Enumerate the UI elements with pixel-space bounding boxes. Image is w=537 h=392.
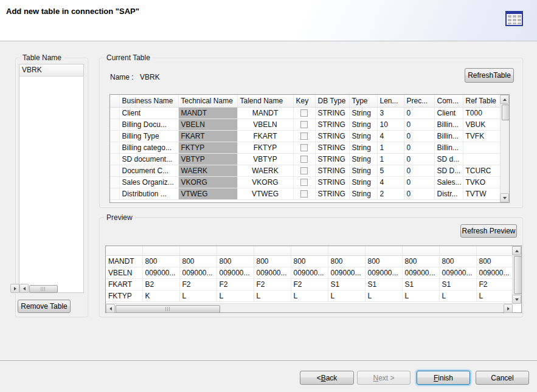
table-row[interactable]: Document C...WAERKWAERKSTRINGString50SD … — [110, 165, 500, 177]
column-header — [439, 246, 476, 256]
preview-value-cell: F2 — [476, 279, 513, 291]
business-name-cell: SD document... — [119, 154, 178, 165]
technical-name-cell: VBTYP — [178, 154, 237, 165]
type-cell: String — [349, 119, 377, 131]
business-name-cell: Billing catego... — [119, 142, 178, 154]
key-cell — [293, 119, 315, 131]
key-checkbox[interactable] — [300, 167, 308, 174]
scroll-down-icon[interactable] — [500, 193, 509, 202]
column-header[interactable]: Business Name — [119, 95, 178, 108]
preview-hscrollbar[interactable] — [106, 303, 513, 312]
field-name-cell: FKTYP — [106, 291, 142, 302]
business-name-cell: Distribution ... — [119, 188, 178, 200]
column-header[interactable]: Len... — [377, 95, 404, 108]
list-item[interactable]: VBRK — [19, 64, 83, 77]
key-checkbox[interactable] — [300, 156, 308, 163]
preview-vscrollbar[interactable] — [512, 246, 521, 304]
table-row[interactable]: Billing Docu...VBELNVBELNSTRINGString100… — [110, 119, 500, 131]
table-row[interactable]: Billing TypeFKARTFKARTSTRINGString40Bill… — [110, 131, 500, 142]
table-row[interactable]: Distribution ...VTWEGVTWEGSTRINGString20… — [110, 188, 500, 200]
column-header[interactable]: Com... — [434, 95, 463, 108]
preview-value-cell: 009000... — [254, 267, 291, 279]
key-cell — [293, 165, 315, 177]
preview-value-cell: 800 — [402, 256, 439, 267]
technical-name-cell: FKTYP — [178, 142, 237, 154]
column-header[interactable]: Prec... — [404, 95, 434, 108]
scroll-left-icon[interactable] — [19, 284, 29, 293]
scroll-right-icon[interactable] — [504, 304, 513, 313]
cancel-button[interactable]: Cancel — [476, 371, 529, 385]
preview-value-cell: S1 — [365, 279, 402, 291]
column-header[interactable]: DB Type — [315, 95, 349, 108]
talend-name-cell: FKTYP — [237, 142, 293, 154]
key-checkbox[interactable] — [300, 179, 308, 186]
key-cell — [293, 142, 315, 154]
column-header[interactable]: Talend Name — [237, 95, 293, 108]
preview-value-cell: 800 — [365, 256, 402, 267]
ref-table-cell — [463, 154, 500, 165]
preview-value-cell: B2 — [142, 279, 179, 291]
refresh-preview-button[interactable]: Refresh Preview — [460, 224, 517, 238]
preview-value-cell: F2 — [254, 279, 291, 291]
table-name-list[interactable]: VBRK — [19, 64, 84, 293]
scroll-down-icon[interactable] — [512, 295, 521, 304]
table-name-group: Table Name VBRK Remove Table — [15, 58, 88, 317]
key-checkbox[interactable] — [300, 109, 308, 117]
preview-grid: MANDT800800800800800800800800800800VBELN… — [105, 246, 522, 313]
field-name-cell: MANDT — [106, 256, 142, 267]
table-row[interactable]: MANDT800800800800800800800800800800 — [106, 256, 513, 267]
preview-value-cell: L — [179, 291, 217, 302]
table-row[interactable]: SD document...VBTYPVBTYPSTRINGString10SD… — [110, 154, 500, 165]
refresh-table-button[interactable]: RefreshTable — [465, 68, 514, 83]
column-header — [328, 246, 365, 256]
length-cell: 1 — [377, 142, 404, 154]
db-type-cell: STRING — [315, 154, 349, 165]
table-row[interactable]: Sales Organiz...VKORGVKORGSTRINGString40… — [110, 177, 500, 188]
back-button[interactable]: < Back — [300, 371, 354, 385]
preview-value-cell: L — [476, 291, 513, 302]
scroll-thumb[interactable] — [29, 285, 58, 293]
scroll-thumb[interactable] — [514, 256, 522, 294]
ref-table-cell: TVKO — [463, 177, 500, 188]
column-header[interactable]: Technical Name — [178, 95, 237, 108]
key-checkbox[interactable] — [300, 121, 308, 128]
talend-name-cell: WAERK — [237, 165, 293, 177]
scroll-thumb[interactable] — [502, 105, 510, 120]
preview-value-cell: L — [254, 291, 291, 302]
column-header — [476, 246, 513, 256]
key-checkbox[interactable] — [300, 144, 308, 151]
scroll-up-icon[interactable] — [500, 95, 509, 104]
key-checkbox[interactable] — [300, 190, 308, 198]
table-row[interactable]: VBELN009000...009000...009000...009000..… — [106, 267, 513, 279]
preview-value-cell: 800 — [179, 256, 217, 267]
scroll-thumb[interactable] — [116, 305, 220, 313]
remove-table-button[interactable]: Remove Table — [18, 300, 71, 313]
finish-button[interactable]: Finish — [417, 371, 470, 385]
comment-cell: Client — [434, 108, 463, 119]
table-grid-icon — [505, 10, 524, 28]
row-selector-header — [110, 95, 119, 108]
current-table-vscrollbar[interactable] — [500, 95, 509, 202]
table-row[interactable]: FKARTB2F2F2F2F2S1S1S1S1F2 — [106, 279, 513, 291]
current-table-grid: Business NameTechnical NameTalend NameKe… — [109, 94, 510, 203]
current-table-group-label: Current Table — [104, 53, 153, 62]
column-header[interactable]: Key — [293, 95, 315, 108]
table-row[interactable]: FKTYPKLLLLLLLLL — [106, 291, 513, 302]
scroll-right-icon[interactable] — [10, 284, 19, 293]
column-header[interactable]: Ref Table — [463, 95, 500, 108]
talend-name-cell: VKORG — [237, 177, 293, 188]
db-type-cell: STRING — [315, 142, 349, 154]
preview-value-cell: S1 — [402, 279, 439, 291]
comment-cell: Sales... — [434, 177, 463, 188]
table-row[interactable]: ClientMANDTMANDTSTRINGString30ClientT000 — [110, 108, 500, 119]
db-type-cell: STRING — [315, 188, 349, 200]
scroll-left-icon[interactable] — [106, 304, 115, 313]
preview-value-cell: L — [328, 291, 365, 302]
preview-value-cell: 800 — [439, 256, 476, 267]
scroll-up-icon[interactable] — [512, 246, 521, 255]
key-checkbox[interactable] — [300, 132, 308, 140]
wizard-header: Add new table in connection "SAP" — [0, 0, 537, 41]
table-row[interactable]: Billing catego...FKTYPFKTYPSTRINGString1… — [110, 142, 500, 154]
column-header[interactable]: Type — [349, 95, 377, 108]
length-cell: 1 — [377, 154, 404, 165]
